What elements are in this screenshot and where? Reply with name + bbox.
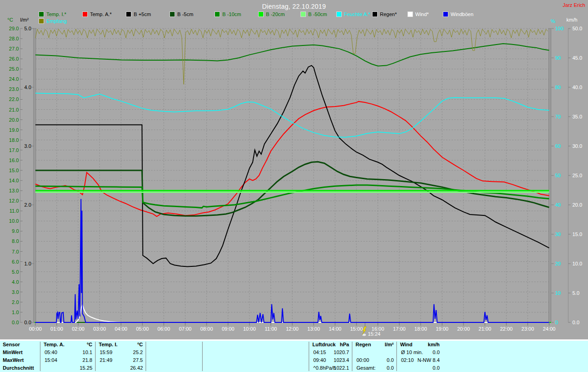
statistics-table: SensorMinWertMaxWertDurchschnittTemp. A.… bbox=[0, 341, 588, 372]
axis-tick-label: 100 bbox=[555, 26, 563, 31]
axis-tick-label: 20 bbox=[555, 261, 560, 266]
table-cell-value: 15.25 bbox=[60, 365, 92, 372]
table-cell-value: 25.2 bbox=[111, 349, 143, 356]
table-column-divider bbox=[95, 342, 96, 371]
axis-tick-label: 8.0 bbox=[12, 238, 19, 244]
axis-tick-label: 24:00 bbox=[543, 326, 556, 332]
axis-tick-label: 26.0 bbox=[9, 56, 19, 62]
axis-tick-label: 01:00 bbox=[51, 326, 63, 332]
table-col-unit: °C bbox=[63, 341, 92, 348]
axis-tick-label: 12.0 bbox=[9, 198, 19, 203]
axis-percent: 0102030405060708090100 bbox=[551, 26, 563, 325]
table-row-label: Sensor bbox=[3, 341, 39, 348]
table-cell-value: 1023.4 bbox=[317, 357, 349, 364]
axis-tick-label: 2.0 bbox=[24, 202, 31, 208]
axis-tick-label: 15.0 bbox=[572, 231, 582, 237]
axis-tick-label: 30 bbox=[555, 231, 560, 237]
axis-tick-label: 2.0 bbox=[12, 299, 19, 305]
axis-tick-label: 06:00 bbox=[158, 326, 170, 332]
table-cell-value: 1020.7 bbox=[317, 349, 349, 356]
axis-hours: 00:0001:0002:0003:0004:0005:0006:0007:00… bbox=[29, 323, 555, 332]
table-col-unit: l/m² bbox=[364, 341, 394, 348]
axis-tick-label: 5.0 bbox=[24, 26, 31, 31]
axis-tick-label: 25.0 bbox=[572, 173, 582, 178]
axis-tick-label: 17:00 bbox=[393, 326, 406, 332]
axis-tick-label: 02:00 bbox=[72, 326, 85, 332]
axis-tick-label: 12:00 bbox=[286, 326, 299, 332]
axis-tick-label: 24.0 bbox=[9, 76, 19, 82]
axis-tick-label: 11.0 bbox=[9, 208, 19, 214]
axis-tick-label: 22:00 bbox=[500, 326, 513, 332]
table-row-label: MinWert bbox=[3, 349, 39, 356]
axis-tick-label: 13.0 bbox=[9, 188, 19, 193]
axis-rain: 0.01.02.03.04.05.0 bbox=[24, 26, 34, 325]
axis-tick-label: 19:00 bbox=[436, 326, 449, 332]
table-col-unit: hPa bbox=[320, 341, 349, 348]
axis-tick-label: 22.0 bbox=[9, 96, 19, 102]
axis-tick-label: 21:00 bbox=[479, 326, 492, 332]
table-cell-value: 27.5 bbox=[111, 357, 143, 364]
axis-tick-label: 19.0 bbox=[9, 127, 19, 133]
axis-tick-label: 7.0 bbox=[12, 249, 19, 254]
table-column-divider bbox=[202, 342, 203, 371]
axis-tick-label: 1.0 bbox=[24, 261, 31, 266]
table-column-divider bbox=[40, 342, 40, 371]
weather-chart: 0.01.02.03.04.05.06.07.08.09.010.011.012… bbox=[0, 0, 588, 340]
table-column-divider bbox=[146, 342, 146, 371]
axis-tick-label: 14:00 bbox=[329, 326, 342, 332]
axis-tick-label: 23.0 bbox=[9, 86, 19, 92]
axis-tick-label: 30.0 bbox=[572, 143, 582, 149]
axis-tick-label: 0.0 bbox=[572, 320, 579, 325]
table-column-divider bbox=[396, 342, 397, 371]
axis-tick-label: 1.0 bbox=[12, 310, 19, 315]
axis-tick-label: 6.0 bbox=[12, 259, 19, 265]
table-col-unit: °C bbox=[113, 341, 143, 348]
axis-tick-label: 50.0 bbox=[572, 26, 582, 31]
table-cell-value: 0.0 bbox=[407, 349, 440, 356]
axis-tick-label: 04:00 bbox=[115, 326, 128, 332]
table-cell-value: N-NW 8.4 bbox=[407, 357, 440, 364]
axis-tick-label: 0.0 bbox=[12, 320, 19, 325]
series-empfang bbox=[35, 29, 548, 84]
axis-tick-label: 20.0 bbox=[9, 117, 19, 123]
axis-tick-label: 11:00 bbox=[265, 326, 277, 332]
axis-tick-label: 08:00 bbox=[200, 326, 213, 332]
axis-tick-label: 15:24 bbox=[368, 331, 381, 337]
table-row-label: Durchschnitt bbox=[3, 365, 39, 372]
axis-tick-label: 15:00 bbox=[350, 326, 363, 332]
weather-app-window: Dienstag, 22.10.2019 Jarz Erich °C l/m² … bbox=[0, 0, 588, 372]
table-cell-value: 10.1 bbox=[60, 349, 92, 356]
axis-tick-label: 16.0 bbox=[9, 158, 19, 163]
axis-tick-label: 20.0 bbox=[572, 202, 582, 208]
axis-tick-label: 27.0 bbox=[9, 46, 19, 51]
axis-tick-label: 45.0 bbox=[572, 55, 582, 61]
axis-tick-label: 05:00 bbox=[136, 326, 149, 332]
axis-tick-label: 40.0 bbox=[572, 85, 582, 90]
axis-tick-label: 60 bbox=[555, 143, 560, 149]
table-col-unit: km/h bbox=[410, 341, 440, 348]
plot-border-left bbox=[34, 28, 36, 322]
table-cell-value: 1022.1 bbox=[317, 365, 349, 372]
axis-tick-label: 25.0 bbox=[9, 66, 19, 72]
axis-tick-label: 21.0 bbox=[9, 107, 19, 113]
table-cell-value: 0.0 bbox=[362, 365, 394, 372]
table-cell-value: 0.0 bbox=[407, 365, 440, 372]
plot-border-right bbox=[548, 28, 551, 322]
axis-tick-label: 90 bbox=[555, 55, 560, 61]
axis-tick-label: 14.0 bbox=[9, 178, 19, 183]
axis-tick-label: 17.0 bbox=[9, 147, 19, 153]
axis-tick-label: 18:00 bbox=[414, 326, 427, 332]
axis-tick-label: 00:00 bbox=[29, 326, 42, 332]
axis-temp: 0.01.02.03.04.05.06.07.08.09.010.011.012… bbox=[9, 26, 23, 325]
table-cell-value: 0.0 bbox=[362, 357, 394, 364]
axis-tick-label: 35.0 bbox=[572, 114, 582, 119]
table-cell-value: 21.8 bbox=[60, 357, 92, 364]
axis-tick-label: 07:00 bbox=[179, 326, 192, 332]
table-cell-value: 26.42 bbox=[111, 365, 143, 372]
axis-tick-label: 10:00 bbox=[243, 326, 256, 332]
axis-tick-label: 13:00 bbox=[307, 326, 320, 332]
axis-tick-label: 18.0 bbox=[9, 137, 19, 143]
table-column-divider bbox=[309, 342, 309, 371]
axis-tick-label: 0 bbox=[555, 320, 558, 325]
axis-tick-label: 40 bbox=[555, 202, 560, 208]
